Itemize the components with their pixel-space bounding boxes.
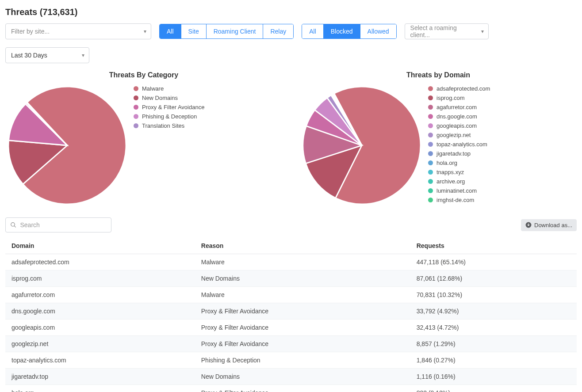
legend-label: adsafeprotected.com xyxy=(436,85,490,92)
cell-requests: 1,846 (0.27%) xyxy=(410,352,577,369)
table-row[interactable]: agafurretor.comMalware70,831 (10.32%) xyxy=(5,287,577,303)
cell-reason: New Domains xyxy=(195,369,410,385)
source-btn-site[interactable]: Site xyxy=(181,24,207,38)
status-btn-allowed[interactable]: Allowed xyxy=(360,24,396,38)
legend-label: topaz-analytics.com xyxy=(436,141,487,148)
table-row[interactable]: isprog.comNew Domains87,061 (12.68%) xyxy=(5,270,577,287)
date-range-value: Last 30 Days xyxy=(11,52,47,59)
col-requests[interactable]: Requests xyxy=(410,238,577,254)
table-row[interactable]: googleapis.comProxy & Filter Avoidance32… xyxy=(5,320,577,336)
table-row[interactable]: jigaretadv.topNew Domains1,116 (0.16%) xyxy=(5,369,577,385)
site-filter-placeholder: Filter by site... xyxy=(11,28,50,35)
status-button-group: AllBlockedAllowed xyxy=(302,24,396,39)
legend-label: Malware xyxy=(142,85,164,92)
legend-label: googlezip.net xyxy=(436,132,471,138)
legend-item[interactable]: jigaretadv.top xyxy=(428,150,490,157)
legend-label: Phishing & Deception xyxy=(142,113,197,120)
cell-domain: googleapis.com xyxy=(5,320,195,336)
cell-requests: 8,857 (1.29%) xyxy=(410,336,577,352)
legend-item[interactable]: Phishing & Deception xyxy=(134,113,204,120)
cell-reason: Proxy & Filter Avoidance xyxy=(195,303,410,320)
legend-item[interactable]: Malware xyxy=(134,85,204,92)
source-btn-relay[interactable]: Relay xyxy=(263,24,293,38)
legend-item[interactable]: dns.google.com xyxy=(428,113,490,120)
download-label: Download as... xyxy=(534,222,572,228)
filter-bar: Filter by site... ▾ AllSiteRoaming Clien… xyxy=(5,23,577,63)
cell-domain: adsafeprotected.com xyxy=(5,254,195,270)
cell-reason: Proxy & Filter Avoidance xyxy=(195,336,410,352)
chevron-down-icon: ▾ xyxy=(481,28,484,34)
search-box[interactable] xyxy=(5,217,111,232)
legend-color-icon xyxy=(428,170,433,175)
svg-line-1 xyxy=(14,226,16,228)
legend-label: imghst-de.com xyxy=(436,197,474,203)
date-range-select[interactable]: Last 30 Days ▾ xyxy=(5,47,89,63)
legend-color-icon xyxy=(134,123,138,128)
legend-color-icon xyxy=(428,151,433,156)
status-btn-blocked[interactable]: Blocked xyxy=(324,24,360,38)
threats-table: Domain Reason Requests adsafeprotected.c… xyxy=(5,238,577,392)
legend-item[interactable]: hola.org xyxy=(428,160,490,166)
table-row[interactable]: topaz-analytics.comPhishing & Deception1… xyxy=(5,352,577,369)
cell-requests: 87,061 (12.68%) xyxy=(410,270,577,287)
legend-item[interactable]: imghst-de.com xyxy=(428,197,490,203)
threats-by-category-chart: Threats By Category MalwareNew DomainsPr… xyxy=(5,71,282,209)
cell-requests: 70,831 (10.32%) xyxy=(410,287,577,303)
legend-label: dns.google.com xyxy=(436,113,477,120)
legend-label: Translation Sites xyxy=(142,122,184,129)
source-btn-all[interactable]: All xyxy=(160,24,181,38)
cell-requests: 32,413 (4.72%) xyxy=(410,320,577,336)
legend-item[interactable]: googlezip.net xyxy=(428,132,490,138)
table-row[interactable]: adsafeprotected.comMalware447,118 (65.14… xyxy=(5,254,577,270)
cell-domain: dns.google.com xyxy=(5,303,195,320)
legend-item[interactable]: adsafeprotected.com xyxy=(428,85,490,92)
cell-domain: isprog.com xyxy=(5,270,195,287)
legend-item[interactable]: Translation Sites xyxy=(134,122,204,129)
chevron-down-icon: ▾ xyxy=(82,52,84,58)
legend-label: googleapis.com xyxy=(436,122,477,129)
legend-color-icon xyxy=(134,95,138,100)
table-toolbar: Download as... xyxy=(5,217,577,232)
search-input[interactable] xyxy=(19,221,107,229)
download-button[interactable]: Download as... xyxy=(521,219,577,231)
legend: adsafeprotected.comisprog.comagafurretor… xyxy=(428,84,490,203)
source-button-group: AllSiteRoaming ClientRelay xyxy=(159,24,294,39)
legend-color-icon xyxy=(428,123,433,128)
table-row[interactable]: dns.google.comProxy & Filter Avoidance33… xyxy=(5,303,577,320)
legend-color-icon xyxy=(428,188,433,193)
col-reason[interactable]: Reason xyxy=(195,238,410,254)
legend-color-icon xyxy=(134,86,138,91)
cell-domain: hola.org xyxy=(5,385,195,392)
legend-color-icon xyxy=(428,95,433,100)
source-btn-roaming-client[interactable]: Roaming Client xyxy=(207,24,264,38)
cell-reason: New Domains xyxy=(195,270,410,287)
chevron-down-icon: ▾ xyxy=(144,28,146,34)
legend-color-icon xyxy=(134,114,138,119)
legend-item[interactable]: isprog.com xyxy=(428,95,490,101)
cell-requests: 1,116 (0.16%) xyxy=(410,369,577,385)
svg-point-0 xyxy=(11,223,15,226)
status-btn-all[interactable]: All xyxy=(302,24,324,38)
chart-title: Threats By Category xyxy=(5,71,282,79)
col-domain[interactable]: Domain xyxy=(5,238,195,254)
cell-reason: Malware xyxy=(195,254,410,270)
legend-color-icon xyxy=(134,105,138,110)
legend-label: hola.org xyxy=(436,160,457,166)
table-row[interactable]: hola.orgProxy & Filter Avoidance802 (0.1… xyxy=(5,385,577,392)
pie-chart[interactable] xyxy=(5,84,129,209)
legend-color-icon xyxy=(428,86,433,91)
site-filter-select[interactable]: Filter by site... ▾ xyxy=(5,23,151,39)
legend-color-icon xyxy=(428,160,433,165)
legend-item[interactable]: Proxy & Filter Avoidance xyxy=(134,104,204,110)
legend-item[interactable]: archive.org xyxy=(428,178,490,185)
pie-chart[interactable] xyxy=(300,84,424,209)
legend-item[interactable]: luminatinet.com xyxy=(428,187,490,194)
legend-item[interactable]: tnapps.xyz xyxy=(428,169,490,175)
legend-item[interactable]: googleapis.com xyxy=(428,122,490,129)
legend-item[interactable]: agafurretor.com xyxy=(428,104,490,110)
legend-item[interactable]: New Domains xyxy=(134,95,204,101)
table-row[interactable]: googlezip.netProxy & Filter Avoidance8,8… xyxy=(5,336,577,352)
cell-domain: topaz-analytics.com xyxy=(5,352,195,369)
legend-item[interactable]: topaz-analytics.com xyxy=(428,141,490,148)
roaming-client-select[interactable]: Select a roaming client... ▾ xyxy=(405,23,489,39)
